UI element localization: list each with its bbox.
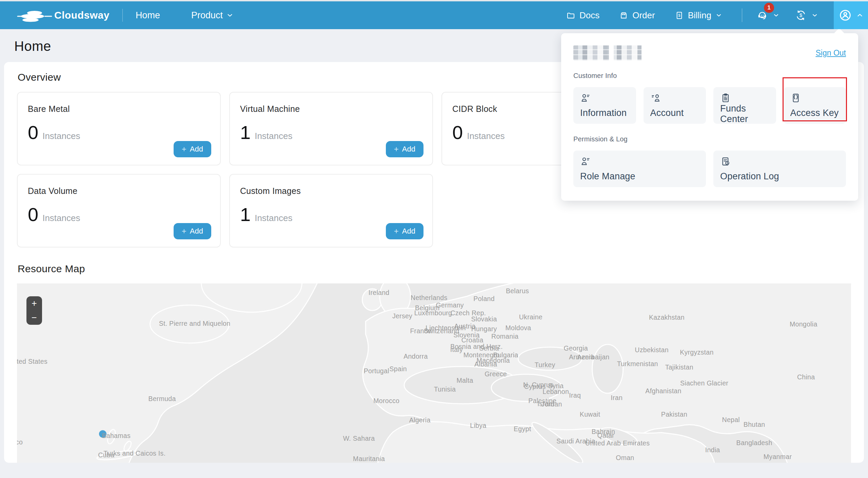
map-zoom-in-button[interactable]: + xyxy=(26,296,42,311)
card-unit: Instances xyxy=(255,131,292,141)
card-unit: Instances xyxy=(467,131,505,141)
menu-tile-information[interactable]: Information xyxy=(573,87,636,124)
support-menu-button[interactable]: 1 xyxy=(756,9,780,21)
map-label: Greece xyxy=(485,370,507,378)
menu-tile-role-manage[interactable]: Role Manage xyxy=(573,151,706,187)
tile-label: Information xyxy=(580,108,629,118)
map-label: Lebanon xyxy=(542,388,569,396)
world-map[interactable]: + − United StatesMexicoSt. Pierre and Mi… xyxy=(17,283,851,463)
add-button[interactable]: +Add xyxy=(386,141,423,157)
add-label: Add xyxy=(190,227,203,236)
add-label: Add xyxy=(190,145,203,154)
nav-link-order[interactable]: Order xyxy=(619,10,655,21)
map-label: Kazakhstan xyxy=(649,313,685,321)
overview-card-virtual-machine: Virtual Machine1Instances+Add xyxy=(229,92,433,165)
map-label: Luxembourg xyxy=(414,309,452,317)
nav-link-billing[interactable]: $ Billing xyxy=(675,10,722,21)
permission-log-tiles: Role ManageOperation Log xyxy=(573,151,846,187)
map-label: Belarus xyxy=(506,287,529,295)
docs-icon xyxy=(566,11,575,20)
map-label: Libya xyxy=(470,421,486,429)
add-label: Add xyxy=(402,145,415,154)
nav-item-home[interactable]: Home xyxy=(136,10,160,21)
overview-card-data-volume: Data Volume0Instances+Add xyxy=(17,174,221,247)
map-label: Morocco xyxy=(373,397,399,405)
menu-tile-account[interactable]: Account xyxy=(644,87,706,124)
map-label: Netherlands xyxy=(411,294,447,302)
map-label: Italy xyxy=(450,345,463,353)
user-avatar-icon xyxy=(839,8,852,22)
plus-icon: + xyxy=(182,145,186,153)
plus-icon: + xyxy=(394,145,399,153)
tile-label: Access Key xyxy=(790,108,840,118)
map-label: Jersey xyxy=(392,312,412,320)
map-label: Moldova xyxy=(506,324,531,332)
overview-card-bare-metal: Bare Metal0Instances+Add xyxy=(17,92,221,165)
map-label: United Arab Emirates xyxy=(585,439,650,447)
currency-menu-button[interactable]: $ xyxy=(795,9,818,21)
chevron-down-icon xyxy=(226,12,234,19)
map-label: Romania xyxy=(491,332,518,340)
map-label: United States xyxy=(17,358,47,365)
card-unit: Instances xyxy=(255,213,292,223)
map-label: Tunisia xyxy=(434,385,456,393)
profile-menu-button[interactable] xyxy=(834,1,868,29)
log-icon xyxy=(720,156,731,167)
tile-label: Operation Log xyxy=(720,171,839,182)
map-label: India xyxy=(705,446,720,454)
customer-info-tiles: InformationAccountFunds CenterAccess Key xyxy=(573,87,846,124)
top-navbar: Cloudsway Home Product Docs Order $ Bill… xyxy=(0,1,868,29)
map-label: Pakistan xyxy=(661,411,687,418)
map-label: Iran xyxy=(611,394,623,402)
notification-badge: 1 xyxy=(764,3,774,13)
role-icon xyxy=(580,156,591,167)
cloudsway-logo-icon[interactable] xyxy=(17,8,52,22)
map-label: Azerbaijan xyxy=(577,353,609,361)
tile-label: Account xyxy=(650,108,699,118)
map-label: Portugal xyxy=(364,367,389,375)
chevron-down-icon xyxy=(811,12,818,19)
map-label: Mongolia xyxy=(790,320,817,328)
overview-card-custom-images: Custom Images1Instances+Add xyxy=(229,174,433,247)
add-button[interactable]: +Add xyxy=(174,223,211,239)
plus-icon: + xyxy=(182,227,186,235)
map-label: Mexico xyxy=(17,438,23,446)
card-unit: Instances xyxy=(42,131,80,141)
map-label: Nepal xyxy=(722,416,740,424)
card-count: 1 xyxy=(240,121,251,143)
svg-text:$: $ xyxy=(678,13,680,17)
order-icon xyxy=(619,11,628,20)
map-label: Algeria xyxy=(409,416,431,424)
map-label: Ireland xyxy=(369,289,390,297)
access-key-icon xyxy=(790,93,801,103)
menu-tile-operation-log[interactable]: Operation Log xyxy=(713,151,846,187)
chevron-down-icon xyxy=(715,12,722,19)
brand-name[interactable]: Cloudsway xyxy=(54,9,110,21)
map-label: Jordan xyxy=(541,400,562,408)
section-label-customer-info: Customer Info xyxy=(573,72,846,80)
nav-item-product[interactable]: Product xyxy=(191,10,234,21)
map-zoom-control: + − xyxy=(26,296,42,325)
map-label: Malta xyxy=(456,377,473,384)
tile-label: Funds Center xyxy=(720,103,769,124)
map-label: Spain xyxy=(390,365,407,373)
blurred-username xyxy=(573,45,651,60)
menu-tile-funds-center[interactable]: Funds Center xyxy=(713,87,776,124)
billing-icon: $ xyxy=(675,11,684,20)
card-count: 0 xyxy=(28,203,38,225)
map-label: Bahamas xyxy=(102,432,130,439)
map-label: Albania xyxy=(474,360,497,368)
menu-tile-access-key[interactable]: Access Key xyxy=(784,87,846,124)
user-card-icon xyxy=(650,93,661,103)
resource-map-heading: Resource Map xyxy=(18,263,856,275)
map-label: Kuwait xyxy=(580,411,600,418)
add-button[interactable]: +Add xyxy=(174,141,211,157)
user-info-icon xyxy=(580,93,591,103)
svg-text:$: $ xyxy=(800,13,803,18)
add-button[interactable]: +Add xyxy=(386,223,423,239)
map-label: Kyrgyzstan xyxy=(680,348,713,356)
sign-out-link[interactable]: Sign Out xyxy=(816,48,846,58)
nav-link-docs[interactable]: Docs xyxy=(566,10,599,21)
map-zoom-out-button[interactable]: − xyxy=(26,311,42,325)
map-label: Siachen Glacier xyxy=(680,379,728,387)
